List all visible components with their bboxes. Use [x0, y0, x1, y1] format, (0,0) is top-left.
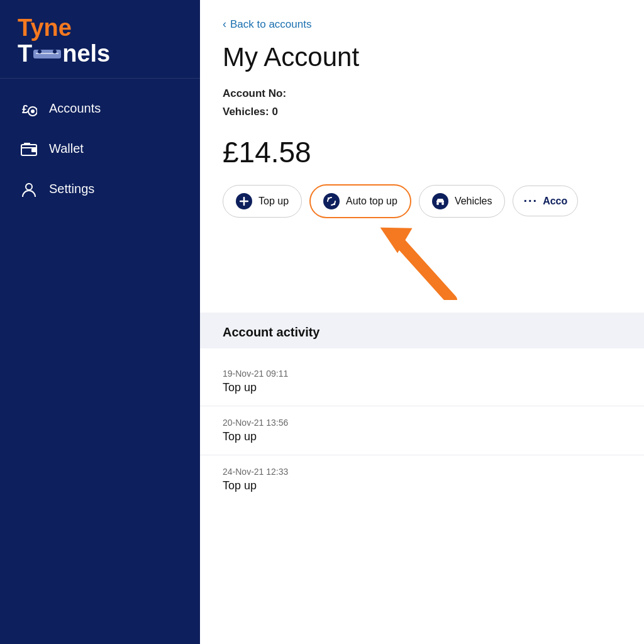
settings-icon [20, 180, 38, 198]
vehicles-label: Vehicles [455, 196, 492, 207]
accounts-label: Accounts [49, 101, 101, 116]
vehicles-icon [432, 193, 448, 209]
auto-top-up-icon [323, 193, 340, 209]
sidebar: Tyne T nels £ Account [0, 0, 200, 644]
sidebar-item-settings[interactable]: Settings [0, 169, 200, 209]
more-acco-text: Acco [543, 196, 567, 207]
page-title: My Account [200, 42, 644, 85]
logo-t: T [18, 42, 32, 65]
logo-nels: nels [62, 42, 110, 65]
logo-area: Tyne T nels [0, 0, 200, 79]
svg-point-16 [436, 203, 439, 205]
top-up-label: Top up [258, 196, 289, 207]
activity-date-3: 24-Nov-21 12:33 [223, 467, 621, 477]
activity-title: Account activity [223, 325, 621, 340]
wallet-label: Wallet [49, 142, 84, 156]
svg-rect-10 [24, 143, 30, 145]
svg-text:£: £ [22, 103, 28, 116]
activity-section: Account activity [200, 313, 644, 348]
activity-item: 20-Nov-21 13:56 Top up [200, 406, 644, 455]
top-up-icon [236, 193, 252, 209]
sidebar-item-wallet[interactable]: Wallet [0, 129, 200, 169]
balance-display: £14.58 [200, 130, 644, 184]
main-content: ‹ Back to accounts My Account Account No… [200, 0, 644, 644]
activity-date-1: 19-Nov-21 09:11 [223, 369, 621, 379]
logo-tunnels: T nels [18, 42, 182, 65]
vehicles-count: Vehicles: 0 [223, 103, 621, 121]
activity-date-2: 20-Nov-21 13:56 [223, 418, 621, 428]
back-link-text: Back to accounts [230, 18, 311, 31]
logo-tyne: Tyne [18, 15, 182, 42]
more-dots: ··· [523, 194, 538, 208]
sidebar-item-accounts[interactable]: £ Accounts [0, 89, 200, 129]
tunnel-graphic [33, 47, 61, 60]
activity-list: 19-Nov-21 09:11 Top up 20-Nov-21 13:56 T… [200, 357, 644, 504]
annotation-arrow [364, 212, 489, 300]
account-no: Account No: [223, 85, 621, 103]
accounts-icon: £ [20, 100, 38, 118]
annotation-area [200, 212, 644, 300]
svg-rect-8 [31, 148, 36, 152]
svg-point-6 [31, 109, 35, 113]
activity-label-3: Top up [223, 479, 621, 492]
svg-point-11 [26, 184, 32, 190]
activity-label-2: Top up [223, 430, 621, 443]
activity-label-1: Top up [223, 381, 621, 394]
svg-line-18 [395, 237, 452, 300]
svg-point-2 [38, 50, 42, 53]
wallet-icon [20, 140, 38, 158]
back-to-accounts-link[interactable]: ‹ Back to accounts [200, 0, 644, 42]
svg-point-17 [441, 203, 444, 205]
settings-label: Settings [49, 182, 94, 196]
activity-item: 24-Nov-21 12:33 Top up [200, 455, 644, 504]
auto-top-up-label: Auto top up [346, 196, 397, 207]
logo: Tyne T nels [18, 15, 182, 65]
account-info: Account No: Vehicles: 0 [200, 85, 644, 130]
sidebar-nav: £ Accounts Wallet [0, 79, 200, 219]
auto-top-up-button[interactable]: Auto top up [309, 184, 411, 218]
activity-item: 19-Nov-21 09:11 Top up [200, 357, 644, 406]
back-chevron-icon: ‹ [223, 18, 226, 31]
svg-point-3 [53, 50, 57, 53]
